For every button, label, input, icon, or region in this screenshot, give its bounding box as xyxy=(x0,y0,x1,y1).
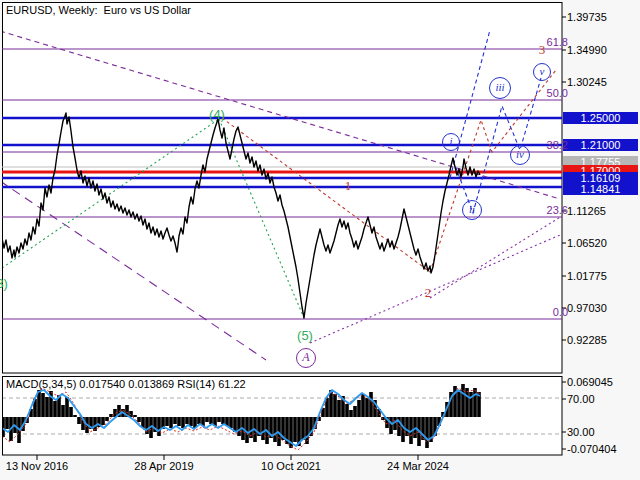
wave-label-red: 2 xyxy=(419,286,437,300)
fib-level-label: 23.6 xyxy=(526,204,568,216)
price-axis-label: 0.97030 xyxy=(567,302,607,314)
wave-circle-blue: iii xyxy=(489,77,511,99)
wave-label-green: (5) xyxy=(288,329,322,343)
indicator-axis-label: 0.069045 xyxy=(567,376,613,388)
date-axis-label: 10 Oct 2021 xyxy=(249,460,333,472)
wave-circle-blue: i xyxy=(442,133,460,151)
price-axis-label: 1.01775 xyxy=(567,270,607,282)
chart-window: EURUSD, Weekly: Euro vs US Dollar MACD(5… xyxy=(0,0,640,480)
price-axis-label: 1.11265 xyxy=(567,205,606,217)
price-level-badge[interactable]: 1.14841 xyxy=(563,183,638,195)
wave-label-green: (4) xyxy=(200,108,234,122)
price-level-badge[interactable]: 1.21000 xyxy=(563,139,638,151)
fib-level-label: 38.2 xyxy=(526,139,568,151)
wave-circle-blue: v xyxy=(533,63,551,81)
wave-circle-blue: iv xyxy=(510,145,530,165)
price-axis-label: 1.30245 xyxy=(567,76,607,88)
wave-label-red: 3 xyxy=(533,43,551,57)
fib-level-label: 50.0 xyxy=(526,87,568,99)
chart-title: EURUSD, Weekly: Euro vs US Dollar xyxy=(6,4,191,16)
indicator-axis-label: 30.00 xyxy=(567,426,595,438)
price-axis-label: 1.06520 xyxy=(567,237,607,249)
indicator-label: MACD(5,34,5) 0.017540 0.013869 RSI(14) 6… xyxy=(6,378,246,390)
date-axis-label: 28 Apr 2019 xyxy=(122,460,206,472)
indicator-axis-label: -0.070404 xyxy=(567,443,617,455)
wave-label-red: 1 xyxy=(339,179,357,193)
price-level-badge[interactable]: 1.25000 xyxy=(563,112,638,124)
price-axis-label: 1.34990 xyxy=(567,44,607,56)
wave-circle-blue: ii xyxy=(462,200,482,220)
indicator-axis-label: 70.00 xyxy=(567,393,595,405)
price-axis-label: 1.39735 xyxy=(567,11,607,23)
wave-circle-purple: A xyxy=(296,348,316,368)
price-axis-label: 0.92285 xyxy=(567,334,607,346)
fib-level-label: 0.0 xyxy=(526,306,568,318)
date-axis-label: 24 Mar 2024 xyxy=(376,460,460,472)
date-axis-label: 13 Nov 2016 xyxy=(0,460,79,472)
wave-label-green: (3) xyxy=(0,277,17,291)
